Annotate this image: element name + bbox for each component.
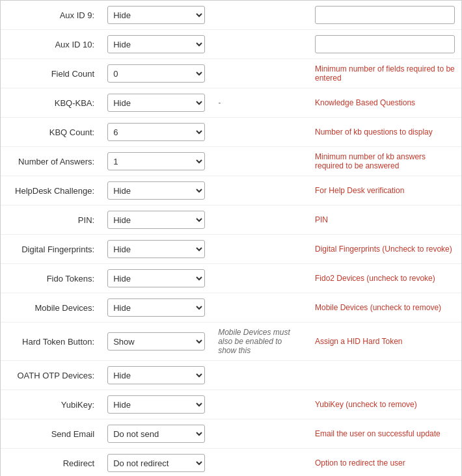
- note-aux-id-10: [211, 30, 308, 59]
- control-pin[interactable]: HideShowRequired: [101, 205, 211, 235]
- desc-field-count: Minimum number of fields required to be …: [308, 59, 461, 88]
- control-helpdesk-challenge[interactable]: HideShowRequired: [101, 176, 211, 205]
- note-send-email: [211, 419, 308, 449]
- desc-mobile-devices: Mobile Devices (uncheck to remove): [308, 293, 461, 323]
- select-number-of-answers[interactable]: 12345: [107, 152, 205, 170]
- settings-form: Aux ID 9:HideShowRequiredAux ID 10:HideS…: [0, 0, 462, 476]
- desc-oath-otp-devices: [308, 361, 461, 390]
- select-kbq-kba[interactable]: HideShowRequired: [107, 94, 205, 112]
- label-number-of-answers: Number of Answers:: [1, 147, 101, 176]
- desc-fido-tokens: Fido2 Devices (uncheck to revoke): [308, 264, 461, 293]
- input-aux-id-10[interactable]: [315, 35, 455, 53]
- note-oath-otp-devices: [211, 361, 308, 390]
- note-pin: [211, 205, 308, 235]
- select-field-count[interactable]: 012345678910: [107, 64, 205, 83]
- desc-kbq-count: Number of kb questions to display: [308, 118, 461, 147]
- label-aux-id-10: Aux ID 10:: [1, 30, 101, 59]
- select-aux-id-9[interactable]: HideShowRequired: [107, 6, 205, 24]
- control-kbq-kba[interactable]: HideShowRequired: [101, 88, 211, 118]
- desc-kbq-kba: Knowledge Based Questions: [308, 88, 461, 118]
- label-redirect: Redirect: [1, 449, 101, 477]
- input-aux-id-9[interactable]: [315, 6, 455, 24]
- desc-hard-token-button: Assign a HID Hard Token: [308, 323, 461, 361]
- select-kbq-count[interactable]: 12345678910: [107, 123, 205, 141]
- label-hard-token-button: Hard Token Button:: [1, 323, 101, 361]
- control-oath-otp-devices[interactable]: HideShowRequired: [101, 361, 211, 390]
- desc-helpdesk-challenge: For Help Desk verification: [308, 176, 461, 205]
- note-kbq-kba: -: [211, 88, 308, 118]
- label-helpdesk-challenge: HelpDesk Challenge:: [1, 176, 101, 205]
- label-aux-id-9: Aux ID 9:: [1, 1, 101, 30]
- select-pin[interactable]: HideShowRequired: [107, 211, 205, 229]
- desc-redirect: Option to redirect the user: [308, 449, 461, 477]
- control-hard-token-button[interactable]: HideShowRequired: [101, 323, 211, 361]
- note-digital-fingerprints: [211, 235, 308, 264]
- note-fido-tokens: [211, 264, 308, 293]
- desc-send-email: Email the user on successful update: [308, 419, 461, 449]
- control-digital-fingerprints[interactable]: HideShowRequired: [101, 235, 211, 264]
- label-oath-otp-devices: OATH OTP Devices:: [1, 361, 101, 390]
- desc-pin: PIN: [308, 205, 461, 235]
- desc-aux-id-9: [308, 1, 461, 30]
- select-mobile-devices[interactable]: HideShowRequired: [107, 298, 205, 317]
- select-fido-tokens[interactable]: HideShowRequired: [107, 269, 205, 287]
- select-redirect[interactable]: Do not redirectRedirect: [107, 454, 205, 472]
- label-kbq-kba: KBQ-KBA:: [1, 88, 101, 118]
- label-yubikey: YubiKey:: [1, 390, 101, 419]
- note-number-of-answers: [211, 147, 308, 176]
- select-send-email[interactable]: Do not sendSend: [107, 425, 205, 443]
- desc-yubikey: YubiKey (uncheck to remove): [308, 390, 461, 419]
- control-aux-id-10[interactable]: HideShowRequired: [101, 30, 211, 59]
- desc-aux-id-10: [308, 30, 461, 59]
- note-aux-id-9: [211, 1, 308, 30]
- form-table: Aux ID 9:HideShowRequiredAux ID 10:HideS…: [1, 1, 461, 476]
- select-oath-otp-devices[interactable]: HideShowRequired: [107, 366, 205, 384]
- select-digital-fingerprints[interactable]: HideShowRequired: [107, 240, 205, 258]
- desc-number-of-answers: Minimum number of kb answers required to…: [308, 147, 461, 176]
- label-mobile-devices: Mobile Devices:: [1, 293, 101, 323]
- control-yubikey[interactable]: HideShowRequired: [101, 390, 211, 419]
- label-field-count: Field Count: [1, 59, 101, 88]
- label-send-email: Send Email: [1, 419, 101, 449]
- label-pin: PIN:: [1, 205, 101, 235]
- note-yubikey: [211, 390, 308, 419]
- control-redirect[interactable]: Do not redirectRedirect: [101, 449, 211, 477]
- note-field-count: [211, 59, 308, 88]
- select-yubikey[interactable]: HideShowRequired: [107, 395, 205, 414]
- note-redirect: [211, 449, 308, 477]
- control-fido-tokens[interactable]: HideShowRequired: [101, 264, 211, 293]
- control-kbq-count[interactable]: 12345678910: [101, 118, 211, 147]
- control-mobile-devices[interactable]: HideShowRequired: [101, 293, 211, 323]
- note-kbq-count: [211, 118, 308, 147]
- note-hard-token-button: Mobile Devices must also be enabled to s…: [211, 323, 308, 361]
- note-helpdesk-challenge: [211, 176, 308, 205]
- control-field-count[interactable]: 012345678910: [101, 59, 211, 88]
- label-kbq-count: KBQ Count:: [1, 118, 101, 147]
- select-aux-id-10[interactable]: HideShowRequired: [107, 35, 205, 53]
- desc-digital-fingerprints: Digital Fingerprints (Uncheck to revoke): [308, 235, 461, 264]
- label-fido-tokens: Fido Tokens:: [1, 264, 101, 293]
- note-mobile-devices: [211, 293, 308, 323]
- select-helpdesk-challenge[interactable]: HideShowRequired: [107, 181, 205, 200]
- select-hard-token-button[interactable]: HideShowRequired: [107, 332, 205, 350]
- control-number-of-answers[interactable]: 12345: [101, 147, 211, 176]
- label-digital-fingerprints: Digital Fingerprints:: [1, 235, 101, 264]
- control-send-email[interactable]: Do not sendSend: [101, 419, 211, 449]
- control-aux-id-9[interactable]: HideShowRequired: [101, 1, 211, 30]
